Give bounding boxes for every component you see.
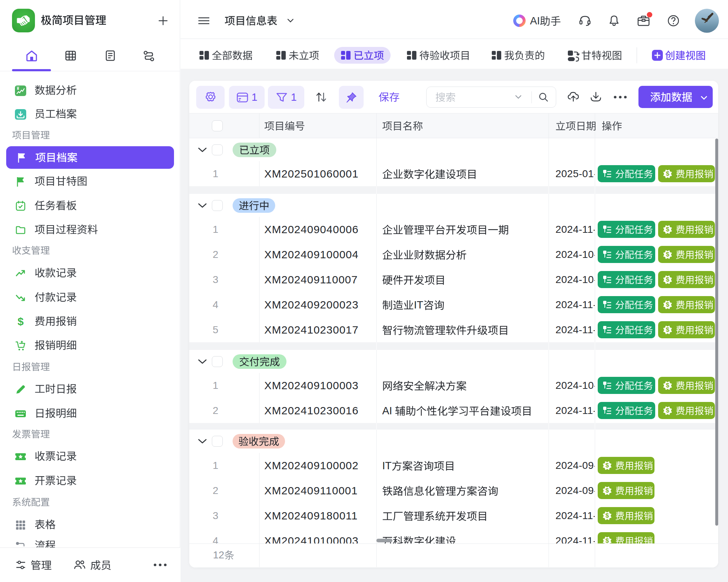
svg-text:¥: ¥ [17,86,19,91]
